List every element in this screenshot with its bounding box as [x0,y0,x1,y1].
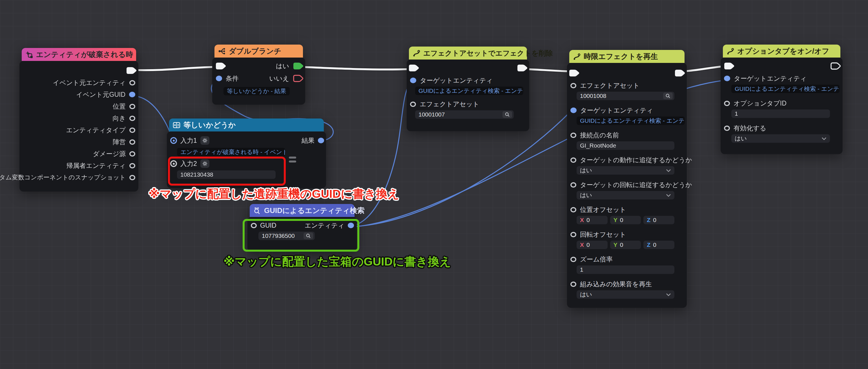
node-header[interactable]: オプションタブをオン/オフ [723,45,840,58]
zoom-scale-field[interactable] [577,265,674,274]
option-tab-id-port[interactable] [724,101,730,106]
position-x-field[interactable]: X0 [577,216,608,224]
asset-search-button[interactable] [502,111,512,118]
follow-rotation-port[interactable] [570,182,576,188]
output-port[interactable] [129,80,135,85]
rotation-offset-port[interactable] [570,232,576,237]
effect-asset-input[interactable] [580,92,663,99]
attach-point-port[interactable] [570,133,576,138]
node-header[interactable]: 等しいかどうか [169,118,324,132]
guid-field[interactable] [258,232,315,240]
output-row[interactable]: イベント元エンティティ [20,77,138,89]
target-binding-chip[interactable]: GUIDによるエンティティ検索 - エンティティ [731,85,840,93]
input2-value-input[interactable] [180,171,274,178]
output-port[interactable] [129,175,135,180]
output-port[interactable] [129,139,135,145]
output-row[interactable]: 帰属者エンティティ [20,160,138,172]
follow-rotation-select[interactable]: はい [577,191,674,199]
output-row[interactable]: 陣営 [20,136,138,148]
rotation-z-field[interactable]: Z0 [643,240,674,249]
exec-in-port[interactable] [723,62,735,70]
attach-point-field[interactable] [577,141,674,150]
output-port[interactable] [129,127,135,133]
effect-asset-input[interactable] [418,111,502,118]
node-option-tab-toggle[interactable]: オプションタブをオン/オフ ターゲットエンティティ GUIDによるエンティティ検… [721,45,843,154]
exec-out-port[interactable] [674,69,685,77]
output-row[interactable]: ダメージ源 [20,148,138,160]
node-header[interactable]: エンティティが破棄される時 [22,48,136,61]
guid-search-button[interactable] [304,232,313,239]
input2-gear-button[interactable] [200,160,209,168]
position-z-field[interactable]: Z0 [643,216,674,224]
effect-asset-port[interactable] [410,102,416,107]
result-port[interactable] [318,138,324,143]
node-double-branch[interactable]: ダブルブランチ はい 条件 いいえ 等しい [212,45,305,105]
node-title: エフェクトアセットでエフェクトを削除 [423,49,553,58]
enable-port[interactable] [724,125,730,131]
rotation-y-field[interactable]: Y0 [610,240,641,249]
output-row[interactable]: 位置 [20,101,138,112]
input1-port[interactable] [170,137,177,144]
output-port[interactable] [129,163,135,168]
target-binding-chip[interactable]: GUIDによるエンティティ検索 - エンティティ [577,116,685,125]
output-row[interactable]: 向き [20,112,138,124]
output-port-connected[interactable] [129,92,135,97]
effect-asset-field[interactable] [577,92,674,100]
node-find-entity-by-guid[interactable]: GUIDによるエンティティ検索 GUID エンティティ [247,204,357,251]
input2-port[interactable] [170,160,177,167]
option-tab-id-field[interactable] [731,110,830,118]
builtin-sfx-port[interactable] [570,282,576,287]
option-tab-id-label: オプションタブID [734,99,786,108]
exec-in-port[interactable] [568,69,580,77]
condition-port[interactable] [216,76,222,81]
output-port[interactable] [129,151,135,157]
node-remove-effect-by-asset[interactable]: エフェクトアセットでエフェクトを削除 ターゲットエンティティ GUIDによるエン… [407,47,529,131]
output-port[interactable] [129,116,135,121]
rotation-x-field[interactable]: X0 [577,240,608,249]
effect-asset-port[interactable] [570,83,576,88]
input2-field[interactable] [177,170,276,179]
node-play-timed-effect[interactable]: 時限エフェクトを再生 エフェクトアセット ターゲットエンティティ GUIDによる… [567,50,687,308]
exec-out-port[interactable] [517,64,528,72]
graph-canvas[interactable]: エンティティが破棄される時 イベント元エンティティ イベント元GUID 位置 向… [0,0,868,369]
enable-select[interactable]: はい [731,134,830,143]
node-header[interactable]: エフェクトアセットでエフェクトを削除 [409,47,527,59]
exec-no-port[interactable] [292,74,304,83]
target-entity-port[interactable] [410,78,416,83]
select-value: はい [735,135,747,142]
exec-out-port[interactable] [830,62,841,70]
effect-asset-field[interactable] [415,110,514,119]
input1-gear-button[interactable] [200,136,209,145]
follow-move-port[interactable] [570,158,576,163]
target-entity-port[interactable] [570,108,577,113]
node-header[interactable]: ダブルブランチ [214,45,303,58]
zoom-scale-port[interactable] [570,257,576,262]
follow-move-select[interactable]: はい [577,166,674,175]
node-equals[interactable]: 等しいかどうか 入力1 結果 エンティティが破棄される時 - イベント元GUID [167,118,326,188]
node-entity-destroyed[interactable]: エンティティが破棄される時 イベント元エンティティ イベント元GUID 位置 向… [20,48,138,192]
node-header[interactable]: GUIDによるエンティティ検索 [250,204,354,217]
exec-in-port[interactable] [408,64,420,72]
position-offset-port[interactable] [570,207,576,212]
builtin-sfx-select[interactable]: はい [577,290,674,299]
attach-point-input[interactable] [580,142,673,149]
output-port[interactable] [129,104,135,109]
target-binding-chip[interactable]: GUIDによるエンティティ検索 - エンティティ [415,87,523,95]
output-row[interactable]: カスタム変数コンポーネントのスナップショット [20,172,138,183]
exec-out-port[interactable] [126,66,137,75]
guid-value-input[interactable] [262,232,304,239]
option-tab-id-input[interactable] [735,110,828,117]
asset-search-button[interactable] [663,92,673,99]
zoom-scale-input[interactable] [580,266,673,273]
node-header[interactable]: 時限エフェクトを再生 [569,50,685,63]
entity-port[interactable] [348,223,354,228]
output-row[interactable]: エンティティタイプ [20,124,138,136]
input1-binding-chip[interactable]: エンティティが破棄される時 - イベント元GUID [177,148,285,156]
exec-in-port[interactable] [215,62,226,70]
position-y-field[interactable]: Y0 [610,216,641,224]
exec-yes-port[interactable] [292,62,304,70]
output-row[interactable]: イベント元GUID [20,89,138,101]
condition-binding-chip[interactable]: 等しいかどうか - 結果 [223,87,290,95]
target-entity-port[interactable] [724,76,730,81]
guid-port[interactable] [251,223,257,228]
